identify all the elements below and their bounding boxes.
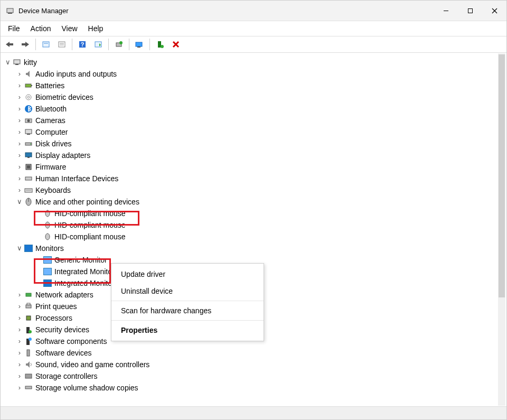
svg-point-17 bbox=[119, 41, 123, 44]
svg-rect-10 bbox=[59, 42, 65, 47]
context-update-driver[interactable]: Update driver bbox=[111, 266, 264, 283]
toolbar-help-button[interactable]: ? bbox=[76, 38, 89, 51]
device-icon bbox=[24, 290, 33, 300]
tree-item-label: Software components bbox=[35, 335, 110, 347]
menu-view[interactable]: View bbox=[56, 22, 82, 35]
toolbar-remove-button[interactable] bbox=[169, 38, 183, 51]
toolbar-button-6[interactable] bbox=[133, 38, 146, 51]
collapse-icon[interactable]: ∨ bbox=[4, 57, 12, 68]
expand-icon[interactable]: › bbox=[15, 359, 24, 370]
minimize-button[interactable] bbox=[434, 1, 458, 21]
collapse-icon[interactable]: ∨ bbox=[15, 242, 24, 254]
expand-icon[interactable]: › bbox=[15, 347, 24, 359]
toolbar-button-2[interactable] bbox=[55, 38, 69, 51]
expand-icon[interactable]: › bbox=[15, 80, 24, 91]
expand-icon[interactable]: › bbox=[15, 91, 24, 103]
tree-item[interactable]: ›Firmware bbox=[4, 161, 497, 173]
tree-item[interactable]: ›Batteries bbox=[4, 80, 497, 91]
menu-action[interactable]: Action bbox=[25, 22, 57, 35]
svg-rect-33 bbox=[25, 129, 32, 134]
svg-point-47 bbox=[45, 222, 50, 228]
expand-icon[interactable]: › bbox=[15, 324, 24, 335]
svg-rect-59 bbox=[25, 386, 32, 389]
toolbar-button-4[interactable] bbox=[91, 38, 105, 51]
tree-item-label: Monitors bbox=[35, 242, 67, 254]
svg-rect-49 bbox=[26, 293, 31, 296]
expand-icon[interactable]: › bbox=[15, 126, 24, 138]
context-properties[interactable]: Properties bbox=[111, 322, 264, 339]
svg-point-48 bbox=[45, 234, 50, 240]
tree-item[interactable]: ›Computer bbox=[4, 126, 497, 138]
toolbar-button-7[interactable] bbox=[153, 38, 167, 51]
svg-rect-34 bbox=[27, 134, 30, 135]
menu-help[interactable]: Help bbox=[83, 22, 109, 35]
tree-item[interactable]: ›Biometric devices bbox=[4, 91, 497, 103]
device-tree[interactable]: ∨ kitty ›Audio inputs and outputs›Batter… bbox=[1, 53, 497, 406]
device-icon bbox=[24, 127, 33, 137]
expand-icon[interactable]: › bbox=[15, 335, 24, 347]
svg-rect-38 bbox=[27, 157, 30, 158]
monitor-icon bbox=[43, 278, 52, 288]
context-uninstall-device[interactable]: Uninstall device bbox=[111, 283, 264, 300]
vertical-scrollbar[interactable] bbox=[498, 53, 505, 406]
tree-item-label: Security devices bbox=[35, 324, 92, 335]
tree-item-label: Audio inputs and outputs bbox=[35, 68, 120, 80]
tree-item-monitors[interactable]: ∨ Monitors bbox=[4, 242, 497, 254]
expand-icon[interactable]: › bbox=[15, 161, 24, 173]
tree-item-label: Integrated Monitor bbox=[54, 277, 118, 289]
tree-item[interactable]: ›Disk drives bbox=[4, 138, 497, 150]
tree-item-mice[interactable]: ∨ Mice and other pointing devices bbox=[4, 196, 497, 208]
tree-item-label: Processors bbox=[35, 312, 76, 324]
svg-point-36 bbox=[30, 144, 31, 145]
tree-item-mouse-2[interactable]: HID-compliant mouse bbox=[4, 231, 497, 242]
tree-item[interactable]: ›Storage controllers bbox=[4, 370, 497, 382]
toolbar-button-1[interactable] bbox=[39, 38, 53, 51]
expand-icon[interactable]: › bbox=[15, 150, 24, 161]
toolbar-back-button[interactable] bbox=[3, 38, 16, 51]
svg-point-21 bbox=[161, 45, 164, 48]
tree-item[interactable]: ›Sound, video and game controllers bbox=[4, 359, 497, 370]
svg-rect-7 bbox=[22, 43, 26, 45]
expand-icon[interactable]: › bbox=[15, 115, 24, 126]
svg-rect-19 bbox=[137, 46, 140, 48]
tree-item[interactable]: ›Software devices bbox=[4, 347, 497, 359]
expand-icon[interactable]: › bbox=[15, 103, 24, 115]
tree-item-label: Biometric devices bbox=[35, 91, 97, 103]
tree-item[interactable]: ›Bluetooth bbox=[4, 103, 497, 115]
expand-icon[interactable]: › bbox=[15, 173, 24, 184]
expand-icon[interactable]: › bbox=[15, 382, 24, 394]
expand-icon[interactable]: › bbox=[15, 68, 24, 80]
tree-root[interactable]: ∨ kitty bbox=[4, 57, 497, 68]
tree-item[interactable]: ›Keyboards bbox=[4, 184, 497, 196]
tree-item[interactable]: ›Audio inputs and outputs bbox=[4, 68, 497, 80]
toolbar-button-5[interactable] bbox=[112, 38, 126, 51]
close-button[interactable] bbox=[482, 1, 506, 21]
tree-item-mouse-0[interactable]: HID-compliant mouse bbox=[4, 208, 497, 219]
svg-rect-51 bbox=[27, 303, 30, 305]
expand-icon[interactable]: › bbox=[15, 312, 24, 324]
tree-item[interactable]: ›Cameras bbox=[4, 115, 497, 126]
menu-file[interactable]: File bbox=[3, 22, 25, 35]
device-icon bbox=[24, 325, 33, 334]
scrollbar-thumb[interactable] bbox=[499, 54, 505, 297]
tree-item-label: Human Interface Devices bbox=[35, 173, 121, 184]
device-icon bbox=[24, 313, 33, 323]
tree-item[interactable]: ›Storage volume shadow copies bbox=[4, 382, 497, 394]
mouse-icon bbox=[43, 220, 52, 230]
expand-icon[interactable]: › bbox=[15, 184, 24, 196]
collapse-icon[interactable]: ∨ bbox=[15, 196, 24, 208]
expand-icon[interactable]: › bbox=[15, 138, 24, 150]
expand-icon[interactable]: › bbox=[15, 289, 24, 301]
tree-item[interactable]: ›Display adapters bbox=[4, 150, 497, 161]
toolbar-forward-button[interactable] bbox=[18, 38, 32, 51]
tree-item[interactable]: ›Human Interface Devices bbox=[4, 173, 497, 184]
tree-item-mouse-1[interactable]: HID-compliant mouse bbox=[4, 219, 497, 231]
context-scan-hardware[interactable]: Scan for hardware changes bbox=[111, 302, 264, 319]
expand-icon[interactable]: › bbox=[15, 370, 24, 382]
toolbar: ? bbox=[1, 36, 506, 53]
expand-icon[interactable]: › bbox=[15, 301, 24, 312]
tree-item-label: Integrated Monitor bbox=[54, 266, 118, 277]
tree-item-label: Computer bbox=[35, 126, 71, 138]
tree-item-label: Network adapters bbox=[35, 289, 97, 301]
maximize-button[interactable] bbox=[458, 1, 482, 21]
